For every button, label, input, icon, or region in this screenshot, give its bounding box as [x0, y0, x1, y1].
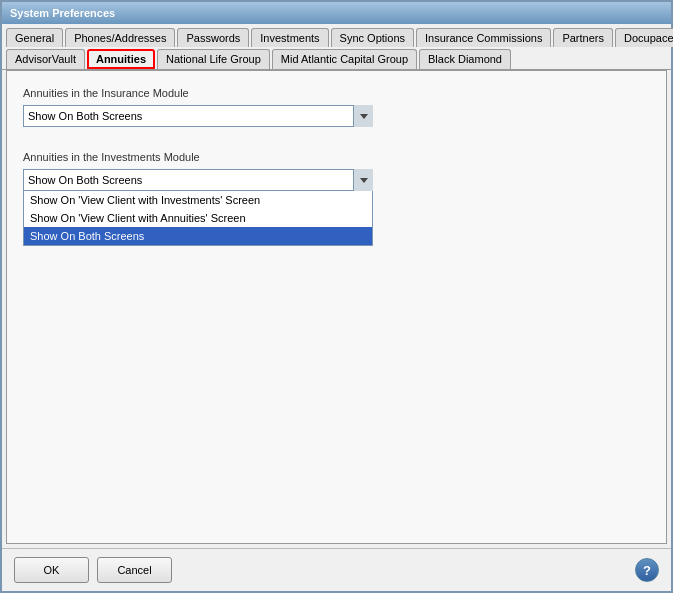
footer-buttons: OK Cancel [14, 557, 172, 583]
investments-dropdown-container: Show On Both Screens Show On 'View Clien… [23, 169, 373, 191]
chevron-down-icon-2 [360, 178, 368, 183]
tab-partners[interactable]: Partners [553, 28, 613, 47]
tab-passwords[interactable]: Passwords [177, 28, 249, 47]
window-title: System Preferences [10, 7, 115, 19]
system-preferences-window: System Preferences General Phones/Addres… [0, 0, 673, 593]
investments-dropdown-arrow[interactable] [353, 169, 373, 191]
tab-sync-options[interactable]: Sync Options [331, 28, 414, 47]
insurance-dropdown-wrapper: Show On Both Screens [23, 105, 373, 127]
tab-phones-addresses[interactable]: Phones/Addresses [65, 28, 175, 47]
tab-general[interactable]: General [6, 28, 63, 47]
tab-docupace[interactable]: Docupace [615, 28, 673, 47]
investments-dropdown-selected[interactable]: Show On Both Screens [23, 169, 373, 191]
insurance-dropdown-selected[interactable]: Show On Both Screens [23, 105, 373, 127]
ok-button[interactable]: OK [14, 557, 89, 583]
dropdown-option-both[interactable]: Show On Both Screens [24, 227, 372, 245]
title-bar: System Preferences [2, 2, 671, 24]
footer: OK Cancel ? [2, 548, 671, 591]
tab-container: General Phones/Addresses Passwords Inves… [2, 24, 671, 70]
dropdown-option-annuities[interactable]: Show On 'View Client with Annuities' Scr… [24, 209, 372, 227]
dropdown-option-investments[interactable]: Show On 'View Client with Investments' S… [24, 191, 372, 209]
tab-insurance-commissions[interactable]: Insurance Commissions [416, 28, 551, 47]
tab-annuities[interactable]: Annuities [87, 49, 155, 69]
tab-mid-atlantic-capital-group[interactable]: Mid Atlantic Capital Group [272, 49, 417, 69]
insurance-dropdown-arrow[interactable] [353, 105, 373, 127]
tab-black-diamond[interactable]: Black Diamond [419, 49, 511, 69]
tab-row-1: General Phones/Addresses Passwords Inves… [2, 24, 671, 47]
tab-advisorvault[interactable]: AdvisorVault [6, 49, 85, 69]
tab-row-2: AdvisorVault Annuities National Life Gro… [2, 47, 671, 69]
content-area: Annuities in the Insurance Module Show O… [6, 70, 667, 544]
investments-section-label: Annuities in the Investments Module [23, 151, 650, 163]
tab-national-life-group[interactable]: National Life Group [157, 49, 270, 69]
cancel-button[interactable]: Cancel [97, 557, 172, 583]
insurance-section-label: Annuities in the Insurance Module [23, 87, 650, 99]
investments-dropdown-list: Show On 'View Client with Investments' S… [23, 191, 373, 246]
help-button[interactable]: ? [635, 558, 659, 582]
chevron-down-icon [360, 114, 368, 119]
tab-investments[interactable]: Investments [251, 28, 328, 47]
